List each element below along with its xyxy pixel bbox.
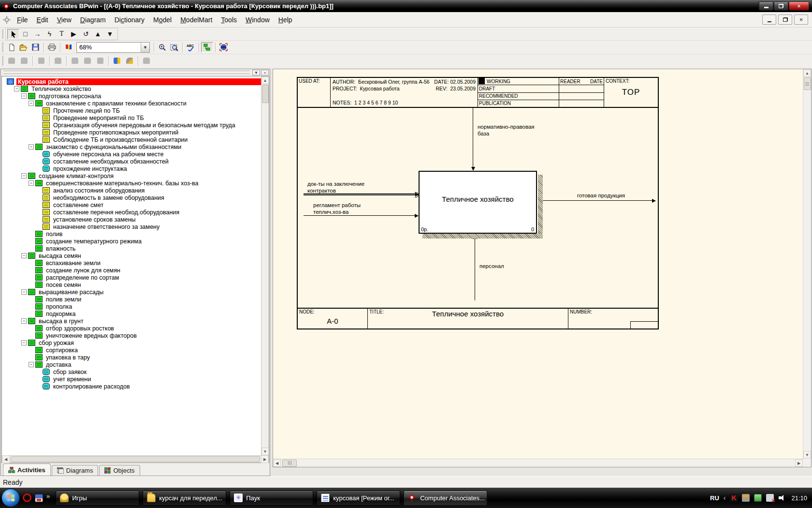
model-explorer-toggle-button[interactable]: [201, 42, 213, 52]
scroll-up-icon[interactable]: ▲: [803, 69, 811, 77]
mechanism-arrow[interactable]: [475, 239, 475, 300]
menu-modelmart[interactable]: ModelMart: [176, 15, 217, 25]
context-activity-box[interactable]: Тепличное хозяйство 0р. 0: [419, 171, 537, 234]
toolbar-grip[interactable]: [1, 29, 3, 39]
arrow-tool-button[interactable]: →: [31, 29, 44, 39]
kaspersky-icon[interactable]: [730, 494, 738, 502]
zoom-in-button[interactable]: [156, 42, 168, 52]
tree-item[interactable]: полив: [2, 230, 261, 238]
tree-item[interactable]: −выращивание рассады: [2, 288, 261, 296]
collapse-icon[interactable]: −: [29, 101, 34, 106]
tree-horizontal-scrollbar[interactable]: ◀ ▶: [1, 455, 269, 463]
menu-diagram[interactable]: Diagram: [76, 15, 110, 25]
diagram-canvas[interactable]: USED AT: AUTHOR: Бескровный Олег, группа…: [273, 69, 803, 459]
tree-item[interactable]: −высадка в грунт: [2, 317, 261, 325]
control-arrow-label[interactable]: нормативно-правовая база: [478, 123, 545, 137]
rotate-tool-button[interactable]: ↺: [80, 29, 92, 39]
tree-item[interactable]: посев семян: [2, 281, 261, 288]
collapse-icon[interactable]: −: [21, 253, 27, 258]
explorer-caption-bar[interactable]: ▼ ×: [1, 69, 270, 76]
collapse-icon[interactable]: −: [21, 318, 27, 324]
go-up-tool-button[interactable]: ▲: [92, 29, 104, 39]
taskbar-button-folder[interactable]: курсач для передел...: [143, 491, 226, 506]
start-button[interactable]: [1, 489, 20, 507]
mdi-minimize-button[interactable]: [762, 15, 776, 25]
modelmart-grid-button[interactable]: [94, 56, 106, 66]
tree-item[interactable]: прополка: [2, 303, 261, 310]
spell-check-button[interactable]: ABC: [185, 42, 197, 52]
zoom-dropdown-arrow-icon[interactable]: ▼: [141, 43, 149, 52]
scroll-left-icon[interactable]: ◀: [273, 459, 281, 467]
collapse-icon[interactable]: −: [21, 340, 27, 345]
tree-item[interactable]: составление необходимых обязанностей: [2, 158, 261, 165]
scroll-left-icon[interactable]: ◀: [2, 455, 10, 463]
modelmart-user-button[interactable]: [111, 56, 123, 66]
tree-item[interactable]: создание лунок для семян: [2, 267, 261, 274]
diagram-play-tool-button[interactable]: ▶: [68, 29, 80, 39]
tree-item[interactable]: назначение ответственного за замену: [2, 223, 261, 230]
scroll-down-icon[interactable]: ▼: [261, 448, 269, 455]
taskbar-button-games[interactable]: Игры: [56, 491, 139, 506]
tree-vertical-scrollbar[interactable]: ▲ ▼: [261, 76, 269, 455]
modelmart-checkin-button[interactable]: [18, 56, 30, 66]
tree-item[interactable]: обучение персонала на рабочем месте: [2, 150, 261, 158]
tree-hscroll-thumb[interactable]: [11, 456, 260, 462]
tree-item[interactable]: подкормка: [2, 310, 261, 317]
tree-item[interactable]: −знакомство с функциональными обязанност…: [2, 143, 261, 150]
tree-item[interactable]: −сбор урожая: [2, 339, 261, 346]
tree-item[interactable]: −совершенствование материально-технич. б…: [2, 179, 261, 187]
modelmart-stamp-button[interactable]: [52, 56, 64, 66]
tree-item[interactable]: сортировка: [2, 346, 261, 354]
quick-launch-disk-icon[interactable]: [35, 494, 43, 502]
diagram-vscroll-thumb[interactable]: [804, 77, 811, 90]
tree-item[interactable]: установление сроков замены: [2, 216, 261, 223]
output-arrow-label[interactable]: готовая продукция: [577, 192, 625, 199]
web-publish-button[interactable]: [218, 42, 230, 52]
new-file-button[interactable]: [5, 42, 17, 52]
tree-item[interactable]: −ознакомление с правилами техники безопа…: [2, 100, 261, 107]
tab-activities[interactable]: Activities: [3, 463, 51, 476]
battery-icon[interactable]: [754, 494, 762, 502]
input2-arrow[interactable]: [304, 215, 416, 216]
tab-objects[interactable]: Objects: [99, 465, 140, 476]
menu-dictionary[interactable]: Dictionary: [110, 15, 149, 25]
modelmart-sync-button[interactable]: [69, 56, 81, 66]
open-file-button[interactable]: [17, 42, 29, 52]
input2-arrow-label[interactable]: регламент работы теплич.хоз-ва: [313, 202, 361, 215]
tree-item[interactable]: необходимость в замене оборудования: [2, 194, 261, 201]
explorer-close-button[interactable]: ×: [261, 70, 269, 75]
menu-view[interactable]: View: [53, 15, 76, 25]
scheduler-icon[interactable]: [742, 494, 750, 502]
tray-expand-chevron[interactable]: ‹: [724, 494, 726, 502]
collapse-icon[interactable]: −: [29, 362, 34, 367]
tree-item[interactable]: контролирование расходов: [2, 383, 261, 390]
pointer-tool-button[interactable]: [7, 29, 19, 39]
tree-item[interactable]: вспахивание земли: [2, 259, 261, 267]
mdi-restore-button[interactable]: [778, 15, 792, 25]
output-arrow[interactable]: [543, 200, 653, 201]
toolbar-grip[interactable]: [1, 42, 3, 53]
diagram-hscroll-thumb[interactable]: [282, 460, 297, 467]
tree-item[interactable]: составление смет: [2, 201, 261, 209]
tree-item[interactable]: полив земли: [2, 296, 261, 303]
menu-tools[interactable]: Tools: [217, 15, 241, 25]
tree-item[interactable]: отбор здоровых ростков: [2, 325, 261, 332]
diagram-horizontal-scrollbar[interactable]: ◀ ▶: [273, 459, 803, 467]
tree-item[interactable]: −подготовка персонала: [2, 92, 261, 100]
tree-item[interactable]: уничтожение вредных факторов: [2, 332, 261, 339]
print-button[interactable]: [46, 42, 58, 52]
diagram-vertical-scrollbar[interactable]: ▲ ▼: [803, 69, 811, 459]
collapse-icon[interactable]: −: [29, 144, 34, 149]
opera-icon[interactable]: [23, 493, 31, 502]
modelmart-lock-button[interactable]: [35, 56, 47, 66]
caption-grip[interactable]: [3, 71, 250, 75]
tree-item[interactable]: −доставка: [2, 361, 261, 368]
tree-vscroll-thumb[interactable]: [262, 85, 269, 103]
tree-item[interactable]: Проведение мероприятий по ТБ: [2, 114, 261, 121]
modelmart-report-button[interactable]: [81, 56, 94, 66]
taskbar-button-spider[interactable]: Паук: [230, 491, 313, 506]
tree-item[interactable]: прохождение инструктажа: [2, 165, 261, 172]
text-tool-button[interactable]: T: [56, 29, 68, 39]
scroll-right-icon[interactable]: ▶: [795, 459, 803, 467]
zoom-area-button[interactable]: [168, 42, 180, 52]
